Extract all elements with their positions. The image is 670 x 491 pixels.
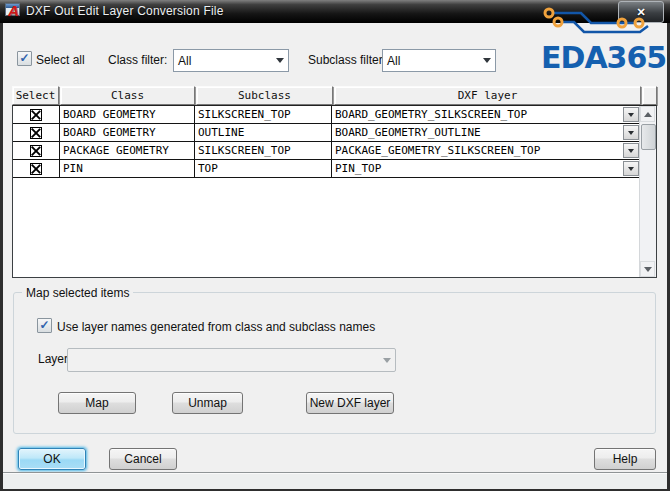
- row-dxf-layer-cell[interactable]: PACKAGE_GEOMETRY_SILKSCREEN_TOP: [332, 142, 640, 159]
- row-class-cell: BOARD GEOMETRY: [60, 124, 195, 141]
- chevron-down-icon: [628, 167, 634, 171]
- header-class[interactable]: Class: [60, 86, 195, 105]
- help-button[interactable]: Help: [594, 448, 656, 470]
- row-dxf-layer-cell[interactable]: PIN_TOP: [332, 160, 640, 177]
- dxf-layer-value: BOARD_GEOMETRY_OUTLINE: [335, 126, 481, 139]
- row-class-cell: BOARD GEOMETRY: [60, 106, 195, 123]
- row-class-cell: PACKAGE GEOMETRY: [60, 142, 195, 159]
- select-all-label: Select all: [36, 53, 85, 67]
- table-rows: BOARD GEOMETRYSILKSCREEN_TOPBOARD_GEOMET…: [13, 106, 640, 277]
- scrollbar-thumb[interactable]: [641, 124, 656, 150]
- row-dxf-layer-cell[interactable]: BOARD_GEOMETRY_SILKSCREEN_TOP: [332, 106, 640, 123]
- ok-button[interactable]: OK: [18, 448, 86, 470]
- dxf-dropdown-button[interactable]: [623, 143, 639, 158]
- table-row[interactable]: PACKAGE GEOMETRYSILKSCREEN_TOPPACKAGE_GE…: [13, 142, 640, 160]
- row-subclass-cell: SILKSCREEN_TOP: [195, 142, 332, 159]
- eda365-logo: EDA365: [541, 40, 663, 75]
- dxf-layer-value: PACKAGE_GEOMETRY_SILKSCREEN_TOP: [335, 144, 540, 157]
- chevron-down-icon: [628, 113, 634, 117]
- unmap-button[interactable]: Unmap: [172, 392, 243, 414]
- row-select-cell[interactable]: [13, 160, 60, 177]
- dxf-dropdown-button[interactable]: [623, 107, 639, 122]
- new-dxf-layer-button[interactable]: New DXF layer: [306, 392, 394, 414]
- subclass-filter-dropdown[interactable]: All: [382, 49, 496, 72]
- use-layer-names-checkbox[interactable]: ✓: [37, 318, 52, 333]
- header-select[interactable]: Select: [12, 86, 59, 105]
- checkmark-icon: ✓: [19, 53, 29, 63]
- table-row[interactable]: PINTOPPIN_TOP: [13, 160, 640, 178]
- chevron-down-icon: [479, 58, 495, 63]
- chevron-down-icon: [628, 131, 634, 135]
- dialog-window: A DXF Out Edit Layer Conversion File ✕ E…: [0, 0, 670, 491]
- selected-x-icon: [30, 109, 42, 121]
- header-stub: [642, 86, 657, 105]
- window-border-left: [0, 23, 3, 491]
- selected-x-icon: [30, 145, 42, 157]
- dxf-layer-value: BOARD_GEOMETRY_SILKSCREEN_TOP: [335, 108, 527, 121]
- row-class-cell: PIN: [60, 160, 195, 177]
- select-all-checkbox[interactable]: ✓: [17, 51, 32, 66]
- chevron-down-icon: [272, 58, 288, 63]
- allegro-a-icon: A: [8, 3, 19, 19]
- use-layer-names-label: Use layer names generated from class and…: [57, 320, 375, 334]
- selected-x-icon: [30, 127, 42, 139]
- dxf-dropdown-button[interactable]: [623, 161, 639, 176]
- class-filter-label: Class filter:: [108, 53, 167, 67]
- class-filter-dropdown[interactable]: All: [173, 49, 289, 72]
- table-row[interactable]: BOARD GEOMETRYSILKSCREEN_TOPBOARD_GEOMET…: [13, 106, 640, 124]
- row-subclass-cell: SILKSCREEN_TOP: [195, 106, 332, 123]
- dxf-layer-value: PIN_TOP: [335, 162, 381, 175]
- allegro-app-icon: A: [5, 3, 21, 19]
- scroll-up-button[interactable]: [640, 106, 655, 122]
- group-title: Map selected items: [22, 286, 133, 300]
- dxf-dropdown-button[interactable]: [623, 125, 639, 140]
- table-header-row: Select Class Subclass DXF layer: [12, 86, 657, 105]
- header-dxf-layer[interactable]: DXF layer: [334, 86, 641, 105]
- row-dxf-layer-cell[interactable]: BOARD_GEOMETRY_OUTLINE: [332, 124, 640, 141]
- chevron-down-icon: [628, 149, 634, 153]
- row-select-cell[interactable]: [13, 106, 60, 123]
- scroll-down-button[interactable]: [640, 261, 655, 277]
- cancel-button[interactable]: Cancel: [109, 448, 177, 470]
- arrow-down-icon: [644, 267, 652, 272]
- subclass-filter-value: All: [383, 54, 479, 68]
- vertical-scrollbar[interactable]: [639, 106, 656, 277]
- checkmark-icon: ✓: [39, 320, 49, 330]
- table-row[interactable]: BOARD GEOMETRYOUTLINEBOARD_GEOMETRY_OUTL…: [13, 124, 640, 142]
- map-button[interactable]: Map: [58, 392, 136, 414]
- table-body: BOARD GEOMETRYSILKSCREEN_TOPBOARD_GEOMET…: [12, 105, 657, 278]
- row-subclass-cell: TOP: [195, 160, 332, 177]
- selected-x-icon: [30, 163, 42, 175]
- row-select-cell[interactable]: [13, 142, 60, 159]
- chevron-down-icon: [379, 358, 395, 363]
- layer-dropdown-disabled: [67, 348, 396, 372]
- header-subclass[interactable]: Subclass: [196, 86, 333, 105]
- class-filter-value: All: [174, 54, 272, 68]
- arrow-up-icon: [644, 112, 652, 117]
- circuit-trace-icon: [536, 2, 668, 42]
- resize-border-strip: [3, 473, 667, 489]
- row-subclass-cell: OUTLINE: [195, 124, 332, 141]
- layer-conversion-table: Select Class Subclass DXF layer BOARD GE…: [12, 86, 657, 278]
- row-select-cell[interactable]: [13, 124, 60, 141]
- subclass-filter-label: Subclass filter:: [308, 53, 386, 67]
- window-title: DXF Out Edit Layer Conversion File: [26, 4, 224, 18]
